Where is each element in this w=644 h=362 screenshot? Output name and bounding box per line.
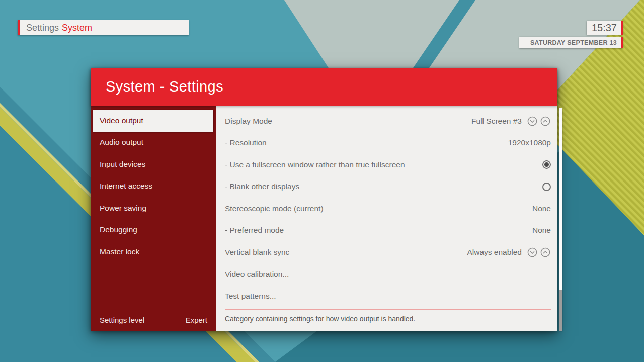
setting-label: Test patterns... (225, 292, 551, 301)
breadcrumb: Settings System (18, 20, 189, 35)
radio-button[interactable] (542, 160, 551, 169)
settings-level-value: Expert (186, 316, 207, 324)
spinner-control (527, 116, 551, 127)
dialog-title: System - Settings (106, 78, 223, 95)
setting-value: 1920x1080p (508, 138, 551, 147)
clock-date: SATURDAY SEPTEMBER 13 (530, 39, 617, 46)
clock-time-box: 15:37 (587, 21, 623, 35)
setting-label: - Use a fullscreen window rather than tr… (225, 160, 542, 169)
breadcrumb-section: Settings (26, 23, 59, 33)
spinner-down-icon[interactable] (527, 247, 538, 258)
sidebar-item-label: Video output (100, 116, 143, 125)
setting-label: - Resolution (225, 138, 508, 147)
setting-row-use-a-fullscreen-window-rather-than-true-fullscreen[interactable]: - Use a fullscreen window rather than tr… (216, 154, 557, 176)
setting-row-display-mode[interactable]: Display ModeFull Screen #3 (216, 110, 557, 132)
sidebar-item-label: Internet access (100, 182, 152, 191)
setting-value: None (532, 204, 551, 213)
settings-level-label: Settings level (100, 316, 144, 324)
setting-row-test-patterns[interactable]: Test patterns... (216, 285, 557, 307)
sidebar-item-master-lock[interactable]: Master lock (91, 241, 216, 263)
sidebar-item-label: Input devices (100, 160, 145, 169)
scrollbar-thumb[interactable] (559, 290, 562, 331)
setting-row-blank-other-displays[interactable]: - Blank other displays (216, 176, 557, 198)
breadcrumb-subsection: System (62, 23, 92, 33)
setting-row-vertical-blank-sync[interactable]: Vertical blank syncAlways enabled (216, 241, 557, 263)
setting-value: None (532, 226, 551, 235)
setting-row-preferred-mode[interactable]: - Preferred modeNone (216, 220, 557, 242)
setting-row-resolution[interactable]: - Resolution1920x1080p (216, 132, 557, 154)
sidebar-item-label: Master lock (100, 247, 139, 256)
settings-rows: Display ModeFull Screen #3- Resolution19… (216, 110, 557, 307)
sidebar-item-audio-output[interactable]: Audio output (91, 132, 216, 154)
spinner-up-icon[interactable] (540, 116, 551, 127)
kodi-screen: Settings System 15:37 SATURDAY SEPTEMBER… (0, 0, 644, 362)
setting-label: - Preferred mode (225, 226, 532, 235)
clock-time: 15:37 (592, 22, 617, 34)
spinner-down-icon[interactable] (527, 116, 538, 127)
setting-label: Video calibration... (225, 269, 551, 279)
dialog-scrollbar[interactable] (559, 108, 562, 331)
radio-button[interactable] (542, 183, 551, 191)
sidebar-item-internet-access[interactable]: Internet access (91, 175, 216, 198)
spinner-up-icon[interactable] (540, 247, 551, 258)
sidebar-item-debugging[interactable]: Debugging (91, 219, 216, 241)
setting-row-video-calibration[interactable]: Video calibration... (216, 263, 557, 286)
sidebar-list: Video outputAudio outputInput devicesInt… (91, 110, 216, 263)
spinner-control (527, 247, 551, 258)
sidebar-category-list: Video outputAudio outputInput devicesInt… (91, 106, 216, 331)
settings-level-row[interactable]: Settings level Expert (100, 316, 207, 324)
sidebar-item-power-saving[interactable]: Power saving (91, 197, 216, 219)
dialog-header: System - Settings (91, 68, 557, 106)
sidebar-item-video-output[interactable]: Video output (93, 110, 213, 132)
category-description: Category containing settings for how vid… (216, 310, 557, 323)
sidebar-item-label: Power saving (100, 204, 146, 213)
setting-label: - Blank other displays (225, 182, 542, 191)
settings-panel: Display ModeFull Screen #3- Resolution19… (216, 106, 557, 331)
clock-date-box: SATURDAY SEPTEMBER 13 (519, 37, 623, 48)
dialog-body: Video outputAudio outputInput devicesInt… (91, 106, 557, 331)
setting-label: Stereoscopic mode (current) (225, 204, 532, 213)
setting-label: Display Mode (225, 117, 471, 126)
setting-row-stereoscopic-mode-current[interactable]: Stereoscopic mode (current)None (216, 198, 557, 220)
sidebar-item-label: Audio output (100, 138, 143, 147)
setting-value: Always enabled (467, 248, 522, 257)
setting-label: Vertical blank sync (225, 248, 467, 257)
sidebar-item-input-devices[interactable]: Input devices (91, 153, 216, 175)
settings-dialog: System - Settings Video outputAudio outp… (91, 68, 557, 331)
setting-value: Full Screen #3 (471, 117, 522, 126)
sidebar-item-label: Debugging (100, 225, 137, 234)
